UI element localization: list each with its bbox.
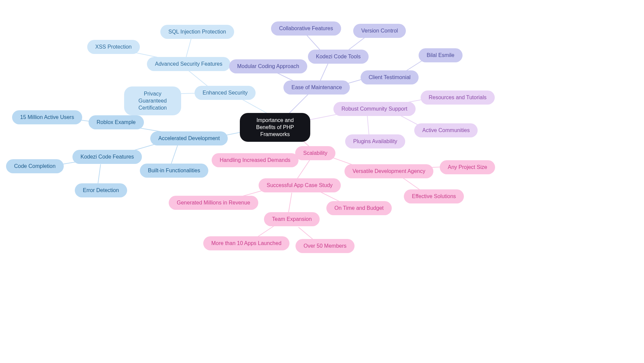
node-active-users: 15 Million Active Users <box>12 110 82 124</box>
node-handling-demands: Handling Increased Demands <box>212 153 299 167</box>
node-versatile-agency: Versatile Development Agency <box>344 164 433 178</box>
node-any-project: Any Project Size <box>440 160 495 174</box>
node-kodezi-tools: Kodezi Code Tools <box>308 50 369 64</box>
node-plugins: Plugins Availability <box>345 134 405 148</box>
node-collab-features: Collaborative Features <box>271 21 341 36</box>
node-community-support: Robust Community Support <box>333 102 416 116</box>
node-code-completion: Code Completion <box>6 159 64 173</box>
svg-line-28 <box>297 159 310 179</box>
node-xss-protection: XSS Protection <box>87 40 140 54</box>
svg-line-14 <box>171 145 178 164</box>
svg-line-5 <box>186 69 210 88</box>
svg-line-17 <box>305 34 320 50</box>
node-revenue: Generated Millions in Revenue <box>169 196 258 210</box>
svg-line-18 <box>349 37 366 50</box>
node-client-testimonial: Client Testimonial <box>361 70 419 84</box>
node-accelerated-dev: Accelerated Development <box>150 131 228 145</box>
node-on-time: On Time and Budget <box>326 201 392 215</box>
node-roblox: Roblox Example <box>89 115 144 129</box>
svg-line-2 <box>288 94 309 114</box>
node-ease-maintenance: Ease of Maintenance <box>283 80 350 95</box>
svg-line-31 <box>288 193 292 213</box>
node-version-control: Version Control <box>353 24 406 38</box>
svg-line-7 <box>186 39 191 57</box>
node-modular: Modular Coding Approach <box>229 59 307 73</box>
node-scalability: Scalability <box>295 146 335 160</box>
svg-line-23 <box>367 116 369 135</box>
svg-line-13 <box>98 164 101 184</box>
node-advanced-security: Advanced Security Features <box>147 57 230 71</box>
node-case-study: Successful App Case Study <box>259 178 341 192</box>
node-effective: Effective Solutions <box>404 189 464 203</box>
node-bilal: Bilal Esmile <box>419 48 463 62</box>
svg-line-16 <box>320 62 329 80</box>
node-resources: Resources and Tutorials <box>421 90 495 105</box>
node-error-detection: Error Detection <box>75 183 127 197</box>
node-active-comm: Active Communities <box>414 123 478 137</box>
node-enhanced-security: Enhanced Security <box>195 86 256 100</box>
center-node: Importance and Benefits of PHP Framework… <box>240 113 310 142</box>
node-builtin: Built-in Functionalities <box>140 164 208 178</box>
node-members: Over 50 Members <box>296 239 355 253</box>
node-privacy-cert: Privacy Guaranteed Certification <box>124 86 181 115</box>
node-sql-injection: SQL Injection Protection <box>160 25 234 39</box>
node-team-expansion: Team Expansion <box>264 212 320 226</box>
node-kodezi-features: Kodezi Code Features <box>72 150 142 164</box>
node-apps-launched: More than 10 Apps Launched <box>203 236 289 250</box>
